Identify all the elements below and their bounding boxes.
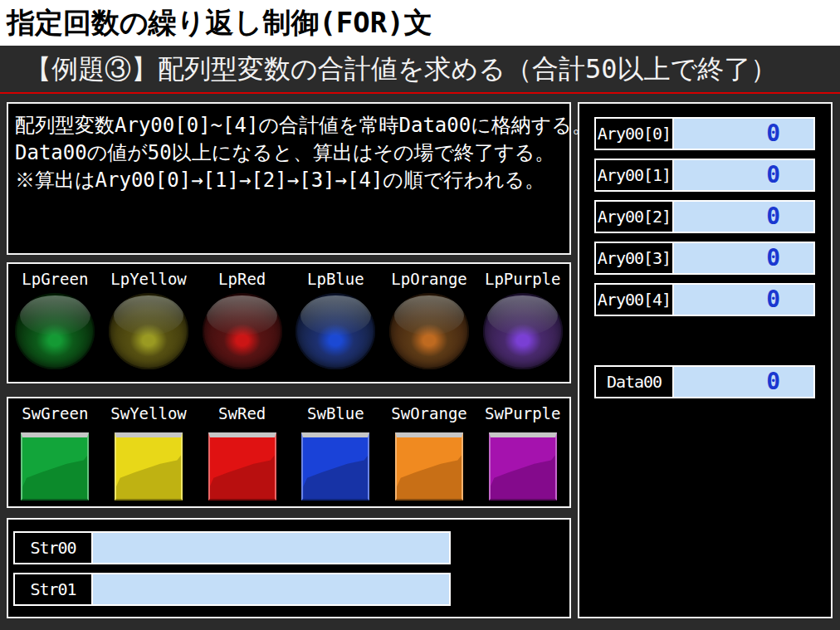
var-label: Data00 [596, 367, 674, 397]
var-row-ary00-4: Ary00[4] 0 [594, 283, 815, 316]
switch-label: SwBlue [289, 404, 383, 422]
var-row-ary00-3: Ary00[3] 0 [594, 242, 815, 275]
example-subtitle: 【例題③】配列型変数の合計値を求める（合計50以上で終了） [0, 46, 840, 92]
var-row-str01: Str01 [13, 573, 451, 606]
switch-label: SwPurple [476, 404, 569, 422]
lamp-lpgreen: LpGreen [8, 264, 102, 382]
ary00-3-value-field[interactable]: 0 [674, 243, 813, 273]
switch-purple-button[interactable] [489, 432, 557, 501]
var-label: Ary00[4] [596, 285, 674, 315]
ary00-1-value-field[interactable]: 0 [674, 160, 813, 190]
switch-label: SwRed [195, 404, 289, 422]
lamp-lporange: LpOrange [383, 264, 476, 382]
var-label: Ary00[3] [596, 243, 674, 273]
lamp-label: LpGreen [8, 270, 102, 288]
var-label: Str01 [15, 574, 93, 604]
switch-label: SwOrange [383, 404, 476, 422]
array-values-panel: Ary00[0] 0 Ary00[1] 0 Ary00[2] 0 Ary00[3… [578, 102, 833, 618]
var-row-ary00-0: Ary00[0] 0 [594, 117, 815, 150]
description-line: 配列型変数Ary00[0]~[4]の合計値を常時Data00に格納する。 [15, 112, 563, 139]
switch-label: SwGreen [8, 404, 102, 422]
lamp-lpred: LpRed [195, 264, 289, 382]
switch-orange-button[interactable] [395, 432, 463, 501]
ary00-2-value-field[interactable]: 0 [674, 202, 813, 232]
page-title: 指定回数の繰り返し制御(FOR)文 [0, 0, 840, 45]
lamp-lpyellow: LpYellow [102, 264, 196, 382]
var-row-ary00-1: Ary00[1] 0 [594, 159, 815, 192]
switch-swred: SwRed [195, 398, 289, 506]
red-divider [0, 92, 840, 94]
page-header: 指定回数の繰り返し制御(FOR)文 [0, 0, 840, 46]
lamp-label: LpBlue [289, 270, 383, 288]
lamp-label: LpPurple [476, 270, 569, 288]
switch-yellow-button[interactable] [115, 432, 183, 501]
lamp-purple-indicator [483, 293, 563, 369]
lamp-lpblue: LpBlue [289, 264, 383, 382]
lamp-panel: LpGreen LpYellow LpRed LpBlue LpOrange L… [7, 262, 571, 383]
plc-trainer-screen: 指定回数の繰り返し制御(FOR)文 【例題③】配列型変数の合計値を求める（合計5… [0, 0, 840, 630]
description-line: ※算出はAry00[0]→[1]→[2]→[3]→[4]の順で行われる。 [15, 167, 563, 194]
switch-label: SwYellow [102, 404, 196, 422]
var-label: Str00 [15, 533, 93, 563]
lamp-label: LpYellow [102, 270, 196, 288]
lamp-yellow-indicator [109, 293, 188, 369]
switch-swblue: SwBlue [289, 398, 383, 506]
data00-value-field[interactable]: 0 [674, 367, 813, 397]
ary00-4-value-field[interactable]: 0 [674, 285, 813, 315]
var-label: Ary00[1] [596, 160, 674, 190]
switch-sworange: SwOrange [383, 398, 476, 506]
ary00-0-value-field[interactable]: 0 [674, 119, 813, 149]
subtitle-bar: 【例題③】配列型変数の合計値を求める（合計50以上で終了） [0, 46, 840, 92]
switch-red-button[interactable] [208, 432, 276, 501]
var-label: Ary00[2] [596, 202, 674, 232]
var-row-ary00-2: Ary00[2] 0 [594, 200, 815, 233]
description-line: Data00の値が50以上になると、算出はその場で終了する。 [15, 139, 563, 167]
str01-value-field[interactable] [93, 574, 449, 604]
switch-swyellow: SwYellow [102, 398, 196, 506]
str00-value-field[interactable] [93, 533, 449, 563]
switch-blue-button[interactable] [301, 432, 369, 501]
var-label: Ary00[0] [596, 119, 674, 149]
lamp-blue-indicator [295, 293, 375, 369]
var-row-data00: Data00 0 [594, 365, 815, 398]
lamp-label: LpRed [195, 270, 289, 288]
string-panel: Str00 Str01 [7, 518, 571, 618]
description-panel: 配列型変数Ary00[0]~[4]の合計値を常時Data00に格納する。 Dat… [7, 102, 571, 255]
var-row-str00: Str00 [13, 531, 451, 564]
switch-swpurple: SwPurple [476, 398, 569, 506]
switch-panel: SwGreen SwYellow SwRed SwBlue SwOrange S… [7, 397, 571, 508]
switch-swgreen: SwGreen [8, 398, 102, 506]
lamp-label: LpOrange [383, 270, 476, 288]
lamp-orange-indicator [389, 293, 469, 369]
lamp-green-indicator [15, 293, 95, 369]
lamp-red-indicator [203, 293, 282, 369]
switch-green-button[interactable] [21, 432, 89, 501]
lamp-lppurple: LpPurple [476, 264, 569, 382]
